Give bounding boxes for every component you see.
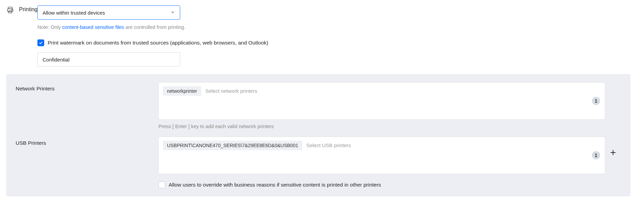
- network-printer-tag[interactable]: networkprinter: [163, 86, 201, 96]
- printers-panel: Network Printers networkprinter Select n…: [6, 74, 630, 196]
- watermark-checkbox-label: Print watermark on documents from truste…: [48, 40, 268, 46]
- network-printers-count: 1: [592, 97, 600, 105]
- svg-rect-2: [9, 11, 12, 13]
- override-checkbox-label: Allow users to override with business re…: [169, 182, 381, 188]
- network-printers-input[interactable]: networkprinter Select network printers 1: [158, 82, 605, 120]
- printer-icon: [6, 5, 14, 14]
- content-sensitive-link[interactable]: content-based sensitive files: [62, 24, 124, 30]
- usb-printers-input[interactable]: USBPRINT\CANONE470_SERIES\7&29EE8E6D&0&U…: [158, 137, 605, 174]
- chevron-down-icon: [170, 10, 175, 16]
- network-printers-hint: Press [ Enter ] key to add each valid ne…: [158, 124, 605, 129]
- usb-printer-tag[interactable]: USBPRINT\CANONE470_SERIES\7&29EE8E6D&0&U…: [163, 141, 302, 150]
- watermark-text-input[interactable]: Confidential: [37, 52, 180, 67]
- network-printers-label: Network Printers: [16, 82, 158, 92]
- usb-printers-label: USB Printers: [16, 137, 158, 146]
- section-title: Printing: [19, 5, 37, 14]
- watermark-checkbox[interactable]: [37, 39, 44, 46]
- svg-point-3: [12, 10, 12, 10]
- add-usb-printer-button[interactable]: [609, 149, 617, 156]
- override-checkbox[interactable]: [158, 181, 165, 188]
- usb-printers-count: 1: [592, 151, 600, 159]
- usb-printers-placeholder: Select USB printers: [306, 140, 351, 150]
- printing-policy-select[interactable]: Allow within trusted devices: [37, 5, 180, 20]
- network-printers-placeholder: Select network printers: [205, 86, 257, 96]
- printing-note: Note: Only content-based sensitive files…: [37, 24, 630, 30]
- printing-policy-value: Allow within trusted devices: [43, 10, 105, 16]
